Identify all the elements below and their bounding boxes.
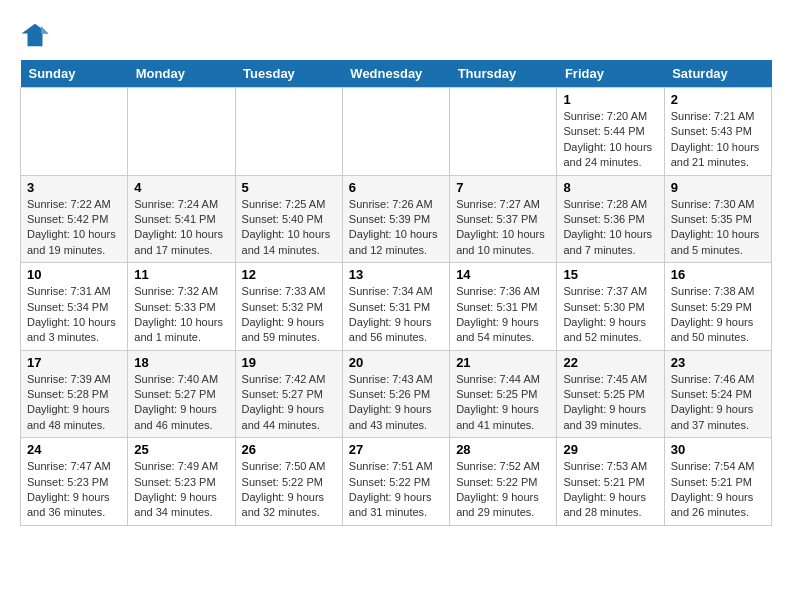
calendar-cell: 22Sunrise: 7:45 AM Sunset: 5:25 PM Dayli…	[557, 350, 664, 438]
calendar-week-row: 24Sunrise: 7:47 AM Sunset: 5:23 PM Dayli…	[21, 438, 772, 526]
day-number: 4	[134, 180, 228, 195]
day-info: Sunrise: 7:33 AM Sunset: 5:32 PM Dayligh…	[242, 284, 336, 346]
calendar-cell: 18Sunrise: 7:40 AM Sunset: 5:27 PM Dayli…	[128, 350, 235, 438]
day-number: 20	[349, 355, 443, 370]
day-info: Sunrise: 7:39 AM Sunset: 5:28 PM Dayligh…	[27, 372, 121, 434]
calendar-cell	[450, 88, 557, 176]
page-header	[20, 20, 772, 50]
day-number: 28	[456, 442, 550, 457]
day-number: 25	[134, 442, 228, 457]
day-number: 14	[456, 267, 550, 282]
weekday-header-row: SundayMondayTuesdayWednesdayThursdayFrid…	[21, 60, 772, 88]
day-info: Sunrise: 7:42 AM Sunset: 5:27 PM Dayligh…	[242, 372, 336, 434]
calendar-cell: 23Sunrise: 7:46 AM Sunset: 5:24 PM Dayli…	[664, 350, 771, 438]
day-info: Sunrise: 7:24 AM Sunset: 5:41 PM Dayligh…	[134, 197, 228, 259]
day-info: Sunrise: 7:25 AM Sunset: 5:40 PM Dayligh…	[242, 197, 336, 259]
day-number: 9	[671, 180, 765, 195]
day-number: 8	[563, 180, 657, 195]
weekday-header: Wednesday	[342, 60, 449, 88]
calendar-table: SundayMondayTuesdayWednesdayThursdayFrid…	[20, 60, 772, 526]
day-number: 17	[27, 355, 121, 370]
day-info: Sunrise: 7:40 AM Sunset: 5:27 PM Dayligh…	[134, 372, 228, 434]
day-info: Sunrise: 7:54 AM Sunset: 5:21 PM Dayligh…	[671, 459, 765, 521]
day-info: Sunrise: 7:51 AM Sunset: 5:22 PM Dayligh…	[349, 459, 443, 521]
calendar-cell: 25Sunrise: 7:49 AM Sunset: 5:23 PM Dayli…	[128, 438, 235, 526]
day-info: Sunrise: 7:36 AM Sunset: 5:31 PM Dayligh…	[456, 284, 550, 346]
calendar-cell: 28Sunrise: 7:52 AM Sunset: 5:22 PM Dayli…	[450, 438, 557, 526]
day-number: 1	[563, 92, 657, 107]
calendar-cell: 8Sunrise: 7:28 AM Sunset: 5:36 PM Daylig…	[557, 175, 664, 263]
day-number: 22	[563, 355, 657, 370]
day-info: Sunrise: 7:43 AM Sunset: 5:26 PM Dayligh…	[349, 372, 443, 434]
day-number: 18	[134, 355, 228, 370]
day-number: 16	[671, 267, 765, 282]
day-number: 27	[349, 442, 443, 457]
day-info: Sunrise: 7:45 AM Sunset: 5:25 PM Dayligh…	[563, 372, 657, 434]
day-info: Sunrise: 7:28 AM Sunset: 5:36 PM Dayligh…	[563, 197, 657, 259]
calendar-cell: 15Sunrise: 7:37 AM Sunset: 5:30 PM Dayli…	[557, 263, 664, 351]
logo	[20, 20, 54, 50]
day-info: Sunrise: 7:31 AM Sunset: 5:34 PM Dayligh…	[27, 284, 121, 346]
calendar-cell: 26Sunrise: 7:50 AM Sunset: 5:22 PM Dayli…	[235, 438, 342, 526]
day-info: Sunrise: 7:21 AM Sunset: 5:43 PM Dayligh…	[671, 109, 765, 171]
calendar-cell	[342, 88, 449, 176]
calendar-cell: 17Sunrise: 7:39 AM Sunset: 5:28 PM Dayli…	[21, 350, 128, 438]
day-number: 7	[456, 180, 550, 195]
day-info: Sunrise: 7:52 AM Sunset: 5:22 PM Dayligh…	[456, 459, 550, 521]
weekday-header: Sunday	[21, 60, 128, 88]
calendar-cell: 16Sunrise: 7:38 AM Sunset: 5:29 PM Dayli…	[664, 263, 771, 351]
day-number: 19	[242, 355, 336, 370]
weekday-header: Saturday	[664, 60, 771, 88]
weekday-header: Tuesday	[235, 60, 342, 88]
day-info: Sunrise: 7:38 AM Sunset: 5:29 PM Dayligh…	[671, 284, 765, 346]
calendar-cell: 20Sunrise: 7:43 AM Sunset: 5:26 PM Dayli…	[342, 350, 449, 438]
calendar-cell: 9Sunrise: 7:30 AM Sunset: 5:35 PM Daylig…	[664, 175, 771, 263]
calendar-cell: 30Sunrise: 7:54 AM Sunset: 5:21 PM Dayli…	[664, 438, 771, 526]
calendar-cell: 13Sunrise: 7:34 AM Sunset: 5:31 PM Dayli…	[342, 263, 449, 351]
weekday-header: Thursday	[450, 60, 557, 88]
calendar-cell: 14Sunrise: 7:36 AM Sunset: 5:31 PM Dayli…	[450, 263, 557, 351]
calendar-cell	[21, 88, 128, 176]
calendar-cell: 19Sunrise: 7:42 AM Sunset: 5:27 PM Dayli…	[235, 350, 342, 438]
day-info: Sunrise: 7:46 AM Sunset: 5:24 PM Dayligh…	[671, 372, 765, 434]
day-number: 11	[134, 267, 228, 282]
day-info: Sunrise: 7:30 AM Sunset: 5:35 PM Dayligh…	[671, 197, 765, 259]
calendar-cell: 1Sunrise: 7:20 AM Sunset: 5:44 PM Daylig…	[557, 88, 664, 176]
calendar-cell: 27Sunrise: 7:51 AM Sunset: 5:22 PM Dayli…	[342, 438, 449, 526]
day-number: 26	[242, 442, 336, 457]
day-number: 6	[349, 180, 443, 195]
day-info: Sunrise: 7:53 AM Sunset: 5:21 PM Dayligh…	[563, 459, 657, 521]
day-number: 15	[563, 267, 657, 282]
day-number: 23	[671, 355, 765, 370]
day-number: 5	[242, 180, 336, 195]
calendar-week-row: 1Sunrise: 7:20 AM Sunset: 5:44 PM Daylig…	[21, 88, 772, 176]
calendar-week-row: 17Sunrise: 7:39 AM Sunset: 5:28 PM Dayli…	[21, 350, 772, 438]
calendar-cell: 12Sunrise: 7:33 AM Sunset: 5:32 PM Dayli…	[235, 263, 342, 351]
day-info: Sunrise: 7:26 AM Sunset: 5:39 PM Dayligh…	[349, 197, 443, 259]
day-number: 24	[27, 442, 121, 457]
day-number: 10	[27, 267, 121, 282]
calendar-cell: 5Sunrise: 7:25 AM Sunset: 5:40 PM Daylig…	[235, 175, 342, 263]
day-number: 29	[563, 442, 657, 457]
calendar-cell: 11Sunrise: 7:32 AM Sunset: 5:33 PM Dayli…	[128, 263, 235, 351]
calendar-cell: 7Sunrise: 7:27 AM Sunset: 5:37 PM Daylig…	[450, 175, 557, 263]
calendar-cell: 2Sunrise: 7:21 AM Sunset: 5:43 PM Daylig…	[664, 88, 771, 176]
logo-icon	[20, 20, 50, 50]
day-info: Sunrise: 7:22 AM Sunset: 5:42 PM Dayligh…	[27, 197, 121, 259]
day-number: 12	[242, 267, 336, 282]
calendar-week-row: 10Sunrise: 7:31 AM Sunset: 5:34 PM Dayli…	[21, 263, 772, 351]
day-number: 21	[456, 355, 550, 370]
calendar-cell	[235, 88, 342, 176]
day-info: Sunrise: 7:49 AM Sunset: 5:23 PM Dayligh…	[134, 459, 228, 521]
day-info: Sunrise: 7:34 AM Sunset: 5:31 PM Dayligh…	[349, 284, 443, 346]
day-number: 30	[671, 442, 765, 457]
calendar-cell	[128, 88, 235, 176]
calendar-week-row: 3Sunrise: 7:22 AM Sunset: 5:42 PM Daylig…	[21, 175, 772, 263]
calendar-cell: 29Sunrise: 7:53 AM Sunset: 5:21 PM Dayli…	[557, 438, 664, 526]
day-info: Sunrise: 7:20 AM Sunset: 5:44 PM Dayligh…	[563, 109, 657, 171]
weekday-header: Friday	[557, 60, 664, 88]
calendar-cell: 6Sunrise: 7:26 AM Sunset: 5:39 PM Daylig…	[342, 175, 449, 263]
calendar-cell: 3Sunrise: 7:22 AM Sunset: 5:42 PM Daylig…	[21, 175, 128, 263]
calendar-cell: 24Sunrise: 7:47 AM Sunset: 5:23 PM Dayli…	[21, 438, 128, 526]
day-info: Sunrise: 7:37 AM Sunset: 5:30 PM Dayligh…	[563, 284, 657, 346]
